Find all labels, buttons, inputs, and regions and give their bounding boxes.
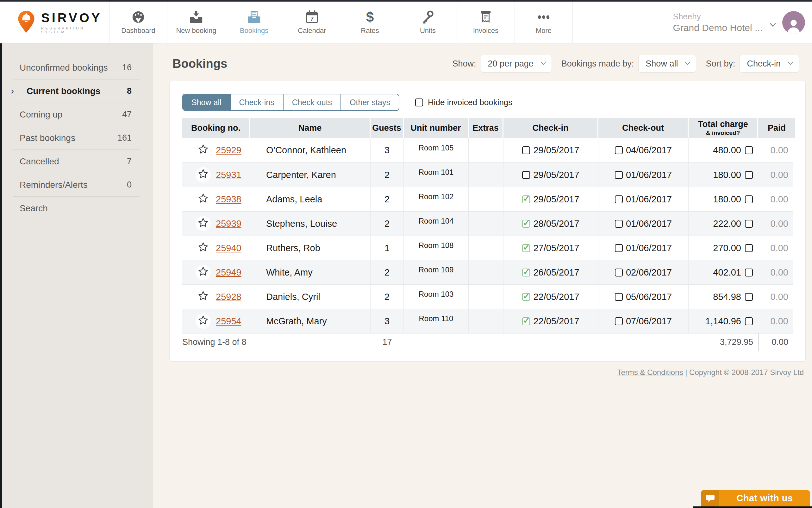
nav-item-units[interactable]: Units [399, 2, 457, 43]
check-out-checkbox[interactable] [615, 146, 623, 154]
booking-number-link[interactable]: 25954 [216, 316, 241, 327]
check-in-checkbox[interactable]: ✓ [522, 293, 530, 301]
check-out-date: 04/06/2017 [626, 145, 672, 156]
total-charge: 270.00 [713, 243, 741, 253]
sort-by-dropdown[interactable]: Check-in [739, 55, 799, 73]
paid-amount: 0.00 [758, 260, 795, 284]
extras-cell [469, 309, 504, 333]
sidebar-item-cancelled[interactable]: Cancelled7 [13, 150, 140, 173]
account-menu[interactable]: Sheehy Grand Demo Hotel ... [673, 2, 812, 43]
sidebar-item-search[interactable]: Search [13, 197, 140, 220]
made-by-dropdown[interactable]: Show all [638, 55, 696, 73]
sidebar-item-current-bookings[interactable]: ›Current bookings8 [13, 80, 140, 103]
check-out-checkbox[interactable] [615, 293, 623, 301]
favorite-star-button[interactable] [196, 313, 211, 329]
invoices-icon [478, 10, 493, 25]
check-in-checkbox[interactable]: ✓ [522, 196, 530, 203]
booking-number-link[interactable]: 25928 [216, 292, 241, 302]
invoiced-checkbox[interactable] [745, 196, 753, 203]
window-bottom-edge [693, 506, 812, 508]
paid-amount: 0.00 [758, 138, 795, 163]
booking-number-link[interactable]: 25939 [216, 218, 241, 229]
svg-text:$: $ [366, 10, 374, 25]
favorite-star-button[interactable] [196, 192, 211, 207]
guest-name: McGrath, Mary [250, 309, 371, 333]
hide-invoiced-checkbox[interactable] [415, 98, 423, 107]
column-header-guests: Guests [371, 118, 404, 138]
check-out-checkbox[interactable] [615, 318, 623, 325]
paid-amount: 0.00 [758, 212, 795, 236]
brand-logo[interactable]: SIRVOY RESERVATION SYSTEM [0, 2, 109, 43]
avatar[interactable] [782, 11, 805, 34]
check-out-checkbox[interactable] [615, 268, 623, 277]
tab-show-all[interactable]: Show all [183, 94, 230, 110]
invoiced-checkbox[interactable] [745, 268, 753, 277]
sidebar-item-label: Cancelled [19, 157, 59, 167]
unit-number: Room 102 [419, 192, 454, 201]
favorite-star-button[interactable] [196, 143, 211, 158]
guest-count: 2 [371, 187, 404, 211]
sirvoy-pin-icon [17, 10, 36, 35]
guest-count: 3 [371, 309, 404, 333]
check-out-checkbox[interactable] [615, 244, 623, 252]
nav-item-calendar[interactable]: 7Calendar [283, 2, 341, 43]
chevron-right-icon: › [11, 85, 14, 96]
nav-item-new-booking[interactable]: New booking [167, 2, 225, 43]
check-in-checkbox[interactable]: ✓ [522, 318, 530, 325]
column-header-name: Name [250, 118, 371, 138]
favorite-star-button[interactable] [196, 265, 211, 280]
booking-number-link[interactable]: 25940 [216, 243, 241, 253]
extras-cell [469, 138, 504, 163]
nav-item-invoices[interactable]: Invoices [457, 2, 515, 43]
check-in-checkbox[interactable] [522, 146, 530, 154]
check-in-checkbox[interactable]: ✓ [522, 220, 530, 228]
invoiced-checkbox[interactable] [745, 146, 753, 154]
check-in-checkbox[interactable]: ✓ [522, 268, 530, 277]
nav-item-rates[interactable]: $Rates [341, 2, 399, 43]
table-row: 25939Stephens, Louise2Room 104✓28/05/201… [182, 211, 793, 236]
chat-with-us-button[interactable]: Chat with us [701, 490, 810, 506]
main-content: Bookings Show: 20 per page Bookings made… [153, 43, 812, 508]
invoiced-checkbox[interactable] [745, 171, 753, 179]
hide-invoiced-toggle[interactable]: Hide invoiced bookings [415, 97, 512, 108]
extras-cell [469, 260, 504, 284]
new-booking-icon [189, 10, 203, 25]
per-page-value: 20 per page [488, 59, 533, 69]
booking-number-link[interactable]: 25931 [216, 170, 241, 180]
table-row: 25954McGrath, Mary3Room 110✓22/05/201707… [182, 309, 793, 333]
sidebar-item-past-bookings[interactable]: Past bookings161 [13, 126, 140, 150]
column-header-booking-no: Booking no. [182, 118, 250, 138]
terms-link[interactable]: Terms & Conditions [617, 368, 683, 377]
nav-item-bookings[interactable]: Bookings [225, 2, 283, 43]
favorite-star-button[interactable] [196, 167, 211, 182]
sidebar-item-coming-up[interactable]: Coming up47 [13, 103, 140, 126]
booking-number-link[interactable]: 25938 [216, 194, 241, 205]
check-in-checkbox[interactable] [522, 171, 530, 179]
check-in-checkbox[interactable]: ✓ [522, 244, 530, 252]
total-charge: 180.00 [713, 170, 741, 180]
tab-other-stays[interactable]: Other stays [340, 94, 399, 110]
invoiced-checkbox[interactable] [745, 293, 753, 301]
nav-item-more[interactable]: More [515, 2, 572, 43]
nav-item-label: More [536, 27, 552, 35]
booking-number-link[interactable]: 25949 [216, 267, 241, 278]
invoiced-checkbox[interactable] [745, 244, 753, 252]
invoiced-checkbox[interactable] [745, 318, 753, 325]
favorite-star-button[interactable] [196, 240, 211, 256]
check-out-checkbox[interactable] [615, 196, 623, 203]
favorite-star-button[interactable] [196, 289, 211, 304]
extras-cell [469, 285, 504, 309]
sidebar-item-reminders-alerts[interactable]: Reminders/Alerts0 [13, 173, 140, 197]
tab-check-outs[interactable]: Check-outs [283, 94, 340, 110]
invoiced-checkbox[interactable] [745, 220, 753, 228]
sidebar-item-unconfirmed-bookings[interactable]: Unconfirmed bookings16 [13, 56, 140, 80]
check-out-checkbox[interactable] [615, 220, 623, 228]
favorite-star-button[interactable] [196, 216, 211, 231]
booking-number-link[interactable]: 25929 [216, 145, 241, 156]
nav-item-dashboard[interactable]: Dashboard [109, 2, 167, 43]
check-in-date: 22/05/2017 [533, 316, 579, 327]
per-page-dropdown[interactable]: 20 per page [481, 55, 552, 73]
check-out-checkbox[interactable] [615, 171, 623, 179]
table-summary-row: Showing 1-8 of 8 17 3,729.95 0.00 [182, 334, 793, 351]
tab-check-ins[interactable]: Check-ins [230, 94, 283, 110]
